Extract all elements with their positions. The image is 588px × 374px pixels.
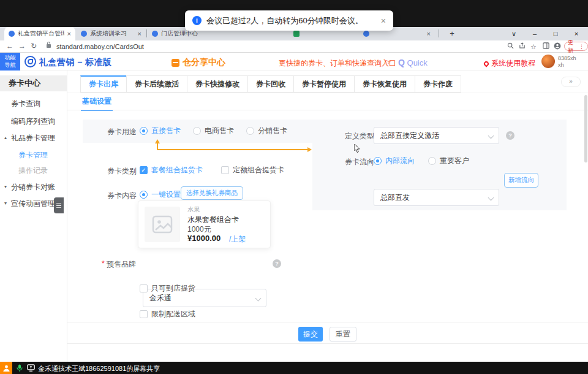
window-minimize-button[interactable]: – [528,27,541,40]
window-menu-button[interactable]: ∨ [507,27,521,40]
url-text[interactable]: standard.maboy.cn/CardsOut [56,43,144,50]
share-center-label: 仓分享中心 [183,57,225,68]
quick-search-link[interactable]: Q Quick [398,58,428,67]
tutorial-link[interactable]: 系统使用教程 [484,58,535,69]
collapse-tabs-button[interactable]: » [561,77,581,87]
product-name: 水果套餐组合卡 [187,215,239,225]
meeting-toast: i 会议已超过2人，自动转为60分钟限时会议。 × [185,10,393,31]
back-icon[interactable]: ← [6,42,13,50]
tab-card-recycle[interactable]: 券卡回收 [247,75,294,93]
category-label: 券卡类别 [107,166,137,177]
chevron-up-icon: ▴ [4,132,7,143]
help-icon[interactable]: ? [273,259,281,268]
profile-icon[interactable] [553,42,562,51]
radio-label: 分销售卡 [258,126,287,136]
sidebar-item-operation-log[interactable]: 操作记录 [0,165,67,176]
content-label: 券卡内容 [107,191,137,201]
browser-tab-label: 礼盒营销平台管理中心 [18,29,64,38]
sidebar-item-gift-card-management[interactable]: ▴ 礼品券卡管理 [0,132,67,143]
radio-one-click-setup[interactable]: 一键设置 [140,189,181,200]
function-nav-button[interactable]: 功能 导航 [0,53,20,71]
tab-card-pause[interactable]: 券卡暂停使用 [293,75,355,93]
define-type-label: 定义类型 [345,131,374,142]
screen-share-icon[interactable] [27,364,35,372]
zoom-icon[interactable] [506,42,514,51]
sidebar-item-card-query[interactable]: 券卡查询 [0,98,67,109]
sidebar-item-code-sequence-query[interactable]: 编码序列查询 [0,116,67,127]
radio-distribution-sale[interactable]: 分销售卡 [246,126,287,136]
sidebar-item-label: 分销券卡对账 [11,183,55,191]
tutorial-label: 系统使用教程 [491,58,535,69]
tab-close-icon[interactable]: × [427,30,431,37]
radio-internal-flow[interactable]: 内部流向 [374,156,415,166]
sidebar-item-card-management-active[interactable]: 券卡管理 [0,150,67,161]
mouse-cursor [354,144,361,153]
reset-button[interactable]: 重置 [330,327,356,342]
sidebar-item-distribution-reconcile[interactable]: ▾ 分销券卡对账 [0,181,67,193]
sidebar-collapse-handle[interactable] [54,197,64,213]
radio-label: 直接售卡 [151,126,181,136]
define-type-select[interactable]: 总部直接定义激活 [374,127,499,144]
toast-close-icon[interactable]: × [381,16,386,26]
add-flow-button[interactable]: 新增流向 [504,173,538,188]
window-maximize-button[interactable]: □ [549,27,562,40]
flow-select[interactable]: 总部直发 [374,189,499,206]
radio-direct-sale[interactable]: 直接售卡 [140,126,181,136]
checkbox-store-pickup-only[interactable]: 只可到店提货 [140,283,195,294]
submit-button[interactable]: 提交 [298,327,323,342]
browser-tab-label: 门店管理中心 [161,29,198,38]
side-panel-icon[interactable] [541,42,550,51]
required-asterisk: * [102,259,105,268]
screen-share-bar: 金禾通技术王斌18662591081的屏幕共享 [0,362,588,374]
brand-title: 礼盒营销 – 标准版 [39,57,112,68]
more-dots-icon: ⋮ [579,44,584,50]
checkbox-combo-pickup-card[interactable]: ✓套餐组合提货卡 [140,165,203,175]
scrollbar-thumb[interactable] [584,95,587,162]
user-name: 8385xh xh [558,55,576,69]
radio-label: 电商售卡 [205,126,234,136]
subtab-basic-settings[interactable]: 基础设置 [81,96,113,111]
radio-important-customer[interactable]: 重要客户 [428,156,469,166]
quick-q-icon: Q [398,58,405,67]
tab-close-icon[interactable]: × [138,30,141,37]
tab-close-icon[interactable]: × [67,30,71,37]
tab-card-resume[interactable]: 券卡恢复使用 [354,75,415,93]
user-avatar[interactable] [541,55,555,68]
checkbox-limit-delivery-area[interactable]: 限制配送区域 [140,309,195,319]
card-operation-tabs: 券卡出库 券卡后续激活 券卡快捷修改 券卡回收 券卡暂停使用 券卡恢复使用 券卡… [81,75,461,93]
define-type-value: 总部直接定义激活 [380,131,439,141]
browser-tab[interactable]: 系统培训学习 × [77,27,146,40]
tab-card-outbound[interactable]: 券卡出库 [80,75,127,93]
forward-icon[interactable]: → [18,42,26,50]
tab-card-quick-edit[interactable]: 券卡快捷修改 [187,75,248,93]
share-center-link[interactable]: 仓分享中心 [172,57,225,68]
divider [67,343,588,344]
sidebar-item-label: 宣传动画管理 [11,199,55,208]
category-checkbox-group: ✓套餐组合提货卡 定额组合提货卡 [140,165,284,175]
microphone-icon[interactable] [17,364,23,372]
radio-on-icon [140,191,148,199]
browser-update-button[interactable]: 更新 ⋮ [564,42,588,51]
share-center-icon [172,59,179,67]
tab-card-activate[interactable]: 券卡后续激活 [126,75,187,93]
tab-card-void[interactable]: 券卡作废 [415,75,461,93]
update-label: 更新 [568,39,578,55]
product-onshelf-link[interactable]: /上架 [229,234,246,245]
reload-icon[interactable]: ↻ [31,42,37,50]
checkbox-fixed-amount-card[interactable]: 定额组合提货卡 [221,165,284,175]
bookmark-star-icon[interactable]: ☆ [529,42,538,51]
select-gift-goods-button[interactable]: 选择兑换礼券商品 [181,186,243,200]
browser-tab-active[interactable]: 礼盒营销平台管理中心 × [4,27,75,40]
new-tab-button[interactable]: + [447,28,458,39]
flow-radio-group: 内部流向 重要客户 [374,156,469,166]
brand-logo-icon [24,56,36,67]
radio-on-icon [374,157,382,165]
share-icon[interactable] [518,42,526,51]
participant-icon[interactable] [0,362,12,374]
help-icon[interactable]: ? [506,131,514,140]
lock-icon [47,44,51,48]
sidebar: 券卡中心 券卡查询 编码序列查询 ▴ 礼品券卡管理 券卡管理 操作记录 ▾ 分销… [0,71,67,362]
favicon-icon [363,31,369,37]
product-tag: 水果 [187,205,200,214]
radio-ecommerce-sale[interactable]: 电商售卡 [193,126,234,136]
